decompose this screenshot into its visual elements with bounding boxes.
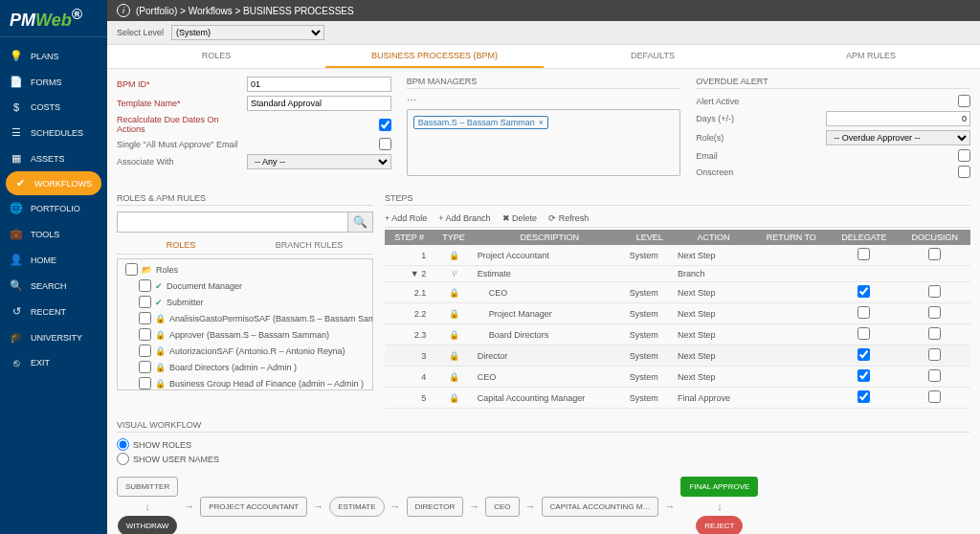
flow-final[interactable]: FINAL APPROVE	[680, 477, 758, 497]
flow-box[interactable]: PROJECT ACCOUNTANT	[200, 497, 307, 517]
tree-checkbox[interactable]	[125, 263, 138, 276]
mgr-chip[interactable]: Bassam.S – Bassam Samman×	[413, 116, 548, 129]
tree-checkbox[interactable]	[139, 361, 151, 373]
mgr-box[interactable]: Bassam.S – Bassam Samman×	[407, 109, 681, 176]
col-header[interactable]: DELEGATE	[829, 230, 899, 245]
table-row[interactable]: 1🔒Project AccountantSystemNext Step	[385, 245, 970, 266]
docusign-checkbox[interactable]	[928, 248, 941, 260]
steps-toolbar-button[interactable]: + Add Branch	[438, 213, 490, 223]
nav-item-costs[interactable]: $COSTS	[0, 95, 107, 120]
delegate-checkbox[interactable]	[858, 327, 870, 340]
docusign-checkbox[interactable]	[928, 348, 941, 361]
single-checkbox[interactable]	[379, 138, 391, 150]
flow-box[interactable]: DIRECTOR	[407, 497, 464, 517]
docusign-checkbox[interactable]	[928, 390, 941, 403]
nav-item-workflows[interactable]: ✔WORKFLOWS	[6, 171, 101, 195]
delegate-checkbox[interactable]	[858, 348, 870, 361]
delegate-checkbox[interactable]	[858, 285, 870, 298]
delegate-checkbox[interactable]	[858, 369, 870, 382]
table-row[interactable]: 2.1🔒CEOSystemNext Step	[385, 282, 970, 303]
tree-node[interactable]: 📂Roles	[120, 261, 370, 278]
search-button[interactable]: 🔍	[347, 212, 372, 232]
show-users-input[interactable]	[117, 453, 129, 465]
flow-box[interactable]: CEO	[485, 497, 519, 517]
nav-item-search[interactable]: 🔍SEARCH	[0, 273, 107, 299]
nav-item-schedules[interactable]: ☰SCHEDULES	[0, 120, 107, 145]
alert-checkbox[interactable]	[958, 95, 970, 107]
flow-withdraw[interactable]: WITHDRAW	[118, 516, 178, 534]
roles-select[interactable]: -- Overdue Approver --	[826, 130, 970, 145]
days-input[interactable]	[826, 111, 970, 126]
col-header[interactable]: DESCRIPTION	[474, 230, 626, 245]
bpm-id-input[interactable]	[247, 77, 391, 92]
nav-item-tools[interactable]: 💼TOOLS	[0, 221, 107, 247]
flow-reject[interactable]: REJECT	[696, 516, 743, 534]
tree-node[interactable]: 🔒AnalisisGastoPermisoSAF (Bassam.S – Bas…	[120, 310, 370, 326]
nav-item-university[interactable]: 🎓UNIVERSITY	[0, 324, 107, 350]
col-header[interactable]: RETURN TO	[753, 230, 829, 245]
table-row[interactable]: ▼ 2⑂EstimateBranch	[385, 266, 970, 282]
table-row[interactable]: 3🔒DirectorSystemNext Step	[385, 345, 970, 367]
docusign-checkbox[interactable]	[928, 327, 941, 340]
assoc-select[interactable]: -- Any --	[247, 154, 391, 169]
table-row[interactable]: 2.3🔒Board DirectorsSystemNext Step	[385, 324, 970, 345]
show-users-radio[interactable]: SHOW USER NAMES	[117, 453, 970, 465]
show-roles-input[interactable]	[117, 438, 129, 451]
docusign-checkbox[interactable]	[928, 306, 941, 319]
tree-checkbox[interactable]	[139, 312, 151, 324]
flow-box[interactable]: ESTIMATE	[329, 497, 384, 517]
steps-toolbar-button[interactable]: ✖ Delete	[502, 213, 538, 223]
steps-toolbar-button[interactable]: ⟳ Refresh	[548, 213, 589, 223]
show-roles-radio[interactable]: SHOW ROLES	[117, 438, 970, 451]
nav-item-plans[interactable]: 💡PLANS	[0, 43, 107, 69]
table-row[interactable]: 2.2🔒Project ManagerSystemNext Step	[385, 303, 970, 324]
nav-item-portfolio[interactable]: 🌐PORTFOLIO	[0, 195, 107, 221]
tab[interactable]: ROLES	[107, 45, 325, 68]
tree-checkbox[interactable]	[139, 328, 151, 341]
tree-node[interactable]: ✔Document Manager	[120, 278, 370, 294]
email-checkbox[interactable]	[958, 149, 970, 162]
tree-checkbox[interactable]	[139, 279, 151, 292]
chip-remove-icon[interactable]: ×	[539, 118, 544, 127]
col-header[interactable]: ACTION	[674, 230, 753, 245]
delegate-checkbox[interactable]	[858, 306, 870, 319]
tab[interactable]: APM RULES	[762, 45, 980, 68]
tab[interactable]: DEFAULTS	[544, 45, 762, 68]
delegate-checkbox[interactable]	[858, 248, 870, 260]
flow-box[interactable]: CAPITAL ACCOUNTING M…	[542, 497, 659, 517]
col-header[interactable]: STEP #	[385, 230, 434, 245]
recalc-checkbox[interactable]	[379, 119, 391, 131]
tree-checkbox[interactable]	[139, 345, 151, 357]
nav-item-exit[interactable]: ⎋EXIT	[0, 350, 107, 375]
table-row[interactable]: 5🔒Capital Accounting ManagerSystemFinal …	[385, 388, 970, 409]
roles-tree[interactable]: 📂Roles✔Document Manager✔Submitter🔒Analis…	[117, 258, 373, 390]
tree-node[interactable]: 🔒Business Group Head of Finance (admin –…	[120, 375, 370, 390]
col-header[interactable]: DOCUSIGN	[899, 230, 970, 245]
docusign-checkbox[interactable]	[928, 285, 941, 298]
tree-node[interactable]: ✔Submitter	[120, 294, 370, 310]
col-header[interactable]: LEVEL	[626, 230, 674, 245]
nav-item-assets[interactable]: ▦ASSETS	[0, 145, 107, 171]
delegate-checkbox[interactable]	[858, 390, 870, 403]
tree-node[interactable]: 🔒Approver (Bassam.S – Bassam Samman)	[120, 326, 370, 343]
nav-item-home[interactable]: 👤HOME	[0, 247, 107, 273]
subtab[interactable]: BRANCH RULES	[245, 236, 373, 254]
col-header[interactable]: TYPE	[434, 230, 474, 245]
tree-checkbox[interactable]	[139, 377, 151, 389]
nav-item-forms[interactable]: 📄FORMS	[0, 69, 107, 95]
search-input[interactable]	[118, 212, 347, 232]
tree-checkbox[interactable]	[139, 296, 151, 308]
level-select[interactable]: (System)	[171, 25, 324, 40]
tree-node[interactable]: 🔒AutorizacionSAF (Antonio.R – Antonio Re…	[120, 343, 370, 359]
flow-box[interactable]: SUBMITTER	[117, 477, 178, 497]
steps-toolbar-button[interactable]: + Add Role	[385, 213, 427, 223]
tab[interactable]: BUSINESS PROCESSES (BPM)	[325, 45, 544, 68]
table-row[interactable]: 4🔒CEOSystemNext Step	[385, 367, 970, 388]
mgr-more-icon[interactable]: ⋯	[407, 95, 681, 105]
template-input[interactable]	[247, 96, 391, 111]
docusign-checkbox[interactable]	[928, 369, 941, 382]
subtab[interactable]: ROLES	[117, 236, 245, 254]
onscreen-checkbox[interactable]	[958, 166, 970, 178]
tree-node[interactable]: 🔒Board Directors (admin – Admin )	[120, 359, 370, 375]
info-icon[interactable]: i	[117, 4, 130, 17]
